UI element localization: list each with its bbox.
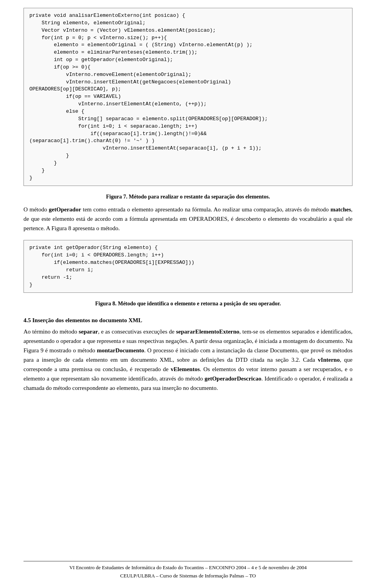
code-block-2: private int getOperador(String elemento)…: [24, 240, 352, 293]
section-heading: 4.5 Inserção dos elementos no documento …: [24, 317, 352, 324]
figure7-caption-text: Figura 7. Método para realizar o restant…: [106, 194, 270, 200]
footer-line2: CEULP/ULBRA – Curso de Sistemas de Infor…: [24, 572, 352, 580]
figure7-caption: Figura 7. Método para realizar o restant…: [24, 194, 352, 200]
footer-line1: VI Encontro de Estudantes de Informática…: [24, 564, 352, 572]
paragraph-2: Ao término do método separar, e as conse…: [24, 327, 352, 393]
figure8-caption: Figura 8. Método que identifica o elemen…: [24, 301, 352, 307]
paragraph-1: O método getOperador tem como entrada o …: [24, 205, 352, 233]
footer: VI Encontro de Estudantes de Informática…: [24, 561, 352, 580]
figure8-caption-text: Figura 8. Método que identifica o elemen…: [95, 301, 281, 307]
code-block-1: private void analisarElementoExterno(int…: [24, 8, 352, 186]
page: private void analisarElementoExterno(int…: [0, 0, 376, 588]
